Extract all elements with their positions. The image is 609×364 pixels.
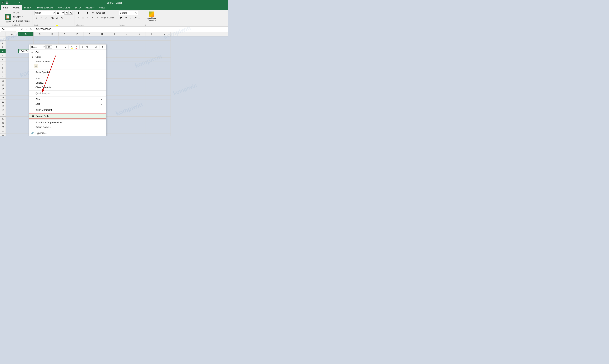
list-item[interactable] (121, 66, 133, 70)
list-item[interactable] (121, 58, 133, 62)
list-item[interactable] (133, 108, 146, 112)
list-item[interactable] (121, 41, 133, 45)
list-item[interactable] (108, 53, 121, 58)
col-header-L[interactable]: L (146, 32, 158, 36)
list-item[interactable] (108, 74, 121, 79)
list-item[interactable] (158, 100, 171, 104)
percent-button[interactable]: % (124, 15, 128, 20)
list-item[interactable] (6, 117, 18, 121)
list-item[interactable] (121, 117, 133, 121)
list-item[interactable] (158, 70, 171, 74)
list-item[interactable] (108, 129, 121, 133)
font-name-select[interactable]: Calibri (34, 11, 55, 15)
list-item[interactable] (146, 95, 158, 100)
list-item[interactable] (146, 70, 158, 74)
list-item[interactable] (146, 37, 158, 41)
row-header-10[interactable]: 10 (0, 74, 6, 79)
list-item[interactable] (121, 121, 133, 125)
list-item[interactable] (6, 100, 18, 104)
align-right-button[interactable]: ≡ (86, 15, 90, 20)
list-item[interactable] (158, 66, 171, 70)
list-item[interactable] (108, 49, 121, 53)
list-item[interactable] (158, 87, 171, 91)
list-item[interactable] (108, 133, 121, 136)
tab-insert[interactable]: INSERT (22, 5, 35, 10)
list-item[interactable] (6, 104, 18, 108)
list-item[interactable] (133, 70, 146, 74)
col-header-E[interactable]: E (59, 32, 71, 36)
list-item[interactable] (146, 121, 158, 125)
list-item[interactable] (46, 37, 59, 41)
mini-italic-button[interactable]: I (59, 45, 63, 49)
context-menu-format-cells[interactable]: ▦ Format Cells... (29, 114, 106, 119)
list-item[interactable] (108, 79, 121, 83)
list-item[interactable] (108, 62, 121, 66)
list-item[interactable] (6, 87, 18, 91)
redo-button[interactable]: ↪ (14, 1, 17, 4)
col-header-M[interactable]: M (158, 32, 171, 36)
list-item[interactable] (18, 37, 34, 41)
row-header-11[interactable]: 11 (0, 79, 6, 83)
tab-file[interactable]: FILE (1, 5, 10, 10)
list-item[interactable] (146, 66, 158, 70)
col-header-I[interactable]: I (108, 32, 121, 36)
paste-button[interactable]: 📋 Paste (3, 11, 12, 26)
list-item[interactable] (158, 58, 171, 62)
col-header-B[interactable]: B (18, 32, 34, 36)
list-item[interactable] (121, 108, 133, 112)
font-color-button[interactable]: A▾ (60, 16, 64, 20)
list-item[interactable] (121, 62, 133, 66)
tab-view[interactable]: VIEW (97, 5, 107, 10)
context-menu-pick-dropdown[interactable]: Pick From Drop-down List... (29, 120, 106, 125)
list-item[interactable] (133, 87, 146, 91)
list-item[interactable] (6, 74, 18, 79)
mini-align-button[interactable]: ≡ (64, 45, 67, 49)
list-item[interactable] (146, 104, 158, 108)
row-header-24[interactable]: 24 (0, 133, 6, 136)
list-item[interactable] (158, 95, 171, 100)
align-bottom-button[interactable]: ⬇ (86, 11, 90, 15)
row-header-6[interactable]: 6 (0, 58, 6, 62)
context-menu-delete[interactable]: Delete... (29, 80, 106, 85)
list-item[interactable] (108, 125, 121, 129)
context-menu-copy[interactable]: ⧉ Copy (29, 55, 106, 59)
list-item[interactable] (158, 104, 171, 108)
list-item[interactable] (158, 83, 171, 87)
list-item[interactable] (158, 79, 171, 83)
mini-fill-color-button[interactable]: A (70, 45, 74, 49)
row-header-9[interactable]: 9 (0, 70, 6, 74)
list-item[interactable] (6, 91, 18, 95)
list-item[interactable] (158, 108, 171, 112)
list-item[interactable] (121, 53, 133, 58)
accounting-format-button[interactable]: $▾ (119, 15, 123, 20)
list-item[interactable] (133, 129, 146, 133)
align-top-button[interactable]: ⬆ (76, 11, 80, 15)
list-item[interactable] (121, 112, 133, 117)
list-item[interactable] (146, 112, 158, 117)
row-header-3[interactable]: 3 (0, 45, 6, 49)
list-item[interactable] (121, 100, 133, 104)
list-item[interactable] (146, 91, 158, 95)
list-item[interactable] (121, 129, 133, 133)
context-menu-clear-contents[interactable]: Clear Contents (29, 85, 106, 90)
list-item[interactable] (146, 49, 158, 53)
context-menu-hyperlink[interactable]: 🔗 Hyperlink... (29, 131, 106, 135)
list-item[interactable] (6, 83, 18, 87)
list-item[interactable] (146, 79, 158, 83)
list-item[interactable] (158, 112, 171, 117)
row-header-21[interactable]: 21 (0, 121, 6, 125)
list-item[interactable] (108, 87, 121, 91)
list-item[interactable] (158, 91, 171, 95)
tab-page-layout[interactable]: PAGE LAYOUT (35, 5, 55, 10)
list-item[interactable] (158, 121, 171, 125)
font-size-increase-button[interactable]: A↑ (65, 11, 69, 14)
list-item[interactable] (158, 41, 171, 45)
cell-reference-box[interactable]: B4 (1, 27, 16, 31)
list-item[interactable] (6, 133, 18, 136)
border-button[interactable]: ⊞▾ (50, 16, 54, 20)
list-item[interactable] (6, 112, 18, 117)
list-item[interactable] (108, 45, 121, 49)
list-item[interactable] (133, 125, 146, 129)
row-header-17[interactable]: 17 (0, 104, 6, 108)
confirm-formula-button[interactable]: ✓ (24, 27, 28, 31)
